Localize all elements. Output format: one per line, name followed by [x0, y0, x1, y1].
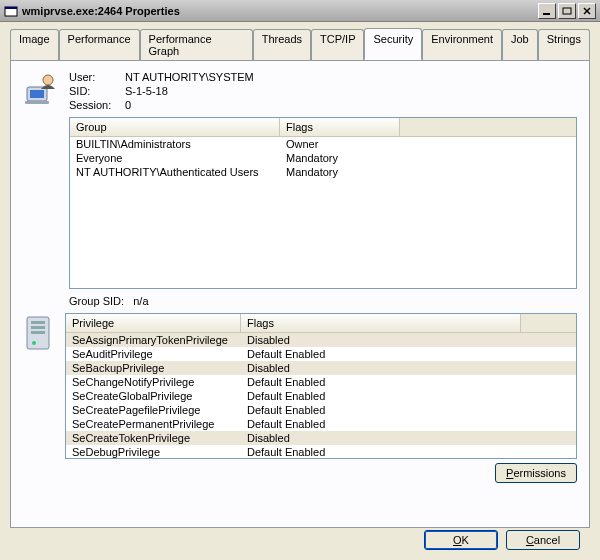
- window-controls: [538, 3, 596, 19]
- svg-rect-3: [563, 8, 571, 14]
- privilege-row[interactable]: SeAuditPrivilegeDefault Enabled: [66, 347, 576, 361]
- ok-button[interactable]: OK: [424, 530, 498, 550]
- svg-rect-13: [31, 331, 45, 334]
- privilege-name: SeDebugPrivilege: [66, 445, 241, 459]
- privilege-row[interactable]: SeAssignPrimaryTokenPrivilegeDisabled: [66, 333, 576, 347]
- privilege-row[interactable]: SeDebugPrivilegeDefault Enabled: [66, 445, 576, 459]
- app-icon: [4, 4, 18, 18]
- priv-col-privilege[interactable]: Privilege: [66, 314, 241, 332]
- group-row[interactable]: EveryoneMandatory: [70, 151, 576, 165]
- group-sid-label: Group SID:: [69, 295, 124, 307]
- priv-col-flags[interactable]: Flags: [241, 314, 521, 332]
- privilege-name: SeCreatePermanentPrivilege: [66, 417, 241, 431]
- computer-user-icon: [23, 71, 59, 107]
- group-sid-value: n/a: [133, 295, 148, 307]
- dialog-buttons: OK Cancel: [424, 530, 580, 550]
- privilege-name: SeCreateGlobalPrivilege: [66, 389, 241, 403]
- user-value: NT AUTHORITY\SYSTEM: [125, 71, 254, 83]
- tab-performance-graph[interactable]: Performance Graph: [140, 29, 253, 60]
- privilege-flags: Default Enabled: [241, 445, 521, 459]
- tab-strings[interactable]: Strings: [538, 29, 590, 60]
- identity-fields: User: NT AUTHORITY\SYSTEM SID: S-1-5-18 …: [69, 71, 254, 111]
- group-sid-row: Group SID: n/a: [69, 295, 577, 307]
- svg-rect-1: [5, 7, 17, 9]
- privilege-row[interactable]: SeCreateTokenPrivilegeDisabled: [66, 431, 576, 445]
- groups-header: Group Flags: [70, 118, 576, 137]
- svg-rect-8: [25, 101, 49, 104]
- groups-col-group[interactable]: Group: [70, 118, 280, 136]
- svg-rect-2: [543, 13, 550, 15]
- privilege-flags: Default Enabled: [241, 347, 521, 361]
- svg-point-14: [32, 341, 36, 345]
- group-row[interactable]: NT AUTHORITY\Authenticated UsersMandator…: [70, 165, 576, 179]
- tab-tcpip[interactable]: TCP/IP: [311, 29, 364, 60]
- groups-listview[interactable]: Group Flags BUILTIN\AdministratorsOwnerE…: [69, 117, 577, 289]
- group-flags: Owner: [280, 137, 400, 151]
- privilege-row[interactable]: SeChangeNotifyPrivilegeDefault Enabled: [66, 375, 576, 389]
- tab-security[interactable]: Security: [364, 28, 422, 60]
- group-row[interactable]: BUILTIN\AdministratorsOwner: [70, 137, 576, 151]
- user-label: User:: [69, 71, 119, 83]
- group-name: NT AUTHORITY\Authenticated Users: [70, 165, 280, 179]
- privilege-row[interactable]: SeCreatePagefilePrivilegeDefault Enabled: [66, 403, 576, 417]
- privilege-row[interactable]: SeCreatePermanentPrivilegeDefault Enable…: [66, 417, 576, 431]
- svg-rect-12: [31, 326, 45, 329]
- tab-performance[interactable]: Performance: [59, 29, 140, 60]
- privilege-flags: Disabled: [241, 431, 521, 445]
- svg-rect-11: [31, 321, 45, 324]
- cancel-button[interactable]: Cancel: [506, 530, 580, 550]
- tab-strip: Image Performance Performance Graph Thre…: [10, 29, 590, 61]
- group-flags: Mandatory: [280, 151, 400, 165]
- titlebar[interactable]: wmiprvse.exe:2464 Properties: [0, 0, 600, 22]
- privilege-name: SeAuditPrivilege: [66, 347, 241, 361]
- session-label: Session:: [69, 99, 119, 111]
- sid-label: SID:: [69, 85, 119, 97]
- tab-image[interactable]: Image: [10, 29, 59, 60]
- tab-threads[interactable]: Threads: [253, 29, 311, 60]
- security-panel: User: NT AUTHORITY\SYSTEM SID: S-1-5-18 …: [10, 60, 590, 528]
- group-name: Everyone: [70, 151, 280, 165]
- privilege-flags: Disabled: [241, 333, 521, 347]
- privilege-flags: Default Enabled: [241, 403, 521, 417]
- maximize-button[interactable]: [558, 3, 576, 19]
- privilege-name: SeAssignPrimaryTokenPrivilege: [66, 333, 241, 347]
- privilege-flags: Disabled: [241, 361, 521, 375]
- permissions-button[interactable]: Permissions: [495, 463, 577, 483]
- privilege-name: SeChangeNotifyPrivilege: [66, 375, 241, 389]
- group-flags: Mandatory: [280, 165, 400, 179]
- privileges-listview[interactable]: Privilege Flags SeAssignPrimaryTokenPriv…: [65, 313, 577, 459]
- tab-environment[interactable]: Environment: [422, 29, 502, 60]
- privilege-flags: Default Enabled: [241, 375, 521, 389]
- server-icon: [23, 313, 57, 353]
- sid-value: S-1-5-18: [125, 85, 254, 97]
- privilege-flags: Default Enabled: [241, 417, 521, 431]
- privileges-header: Privilege Flags: [66, 314, 576, 333]
- privilege-flags: Default Enabled: [241, 389, 521, 403]
- privilege-name: SeCreatePagefilePrivilege: [66, 403, 241, 417]
- svg-rect-7: [30, 90, 44, 98]
- privilege-row[interactable]: SeCreateGlobalPrivilegeDefault Enabled: [66, 389, 576, 403]
- group-name: BUILTIN\Administrators: [70, 137, 280, 151]
- tab-job[interactable]: Job: [502, 29, 538, 60]
- privilege-name: SeCreateTokenPrivilege: [66, 431, 241, 445]
- minimize-button[interactable]: [538, 3, 556, 19]
- window-title: wmiprvse.exe:2464 Properties: [22, 5, 538, 17]
- privilege-row[interactable]: SeBackupPrivilegeDisabled: [66, 361, 576, 375]
- close-button[interactable]: [578, 3, 596, 19]
- privilege-name: SeBackupPrivilege: [66, 361, 241, 375]
- groups-col-flags[interactable]: Flags: [280, 118, 400, 136]
- session-value: 0: [125, 99, 254, 111]
- svg-point-9: [43, 75, 53, 85]
